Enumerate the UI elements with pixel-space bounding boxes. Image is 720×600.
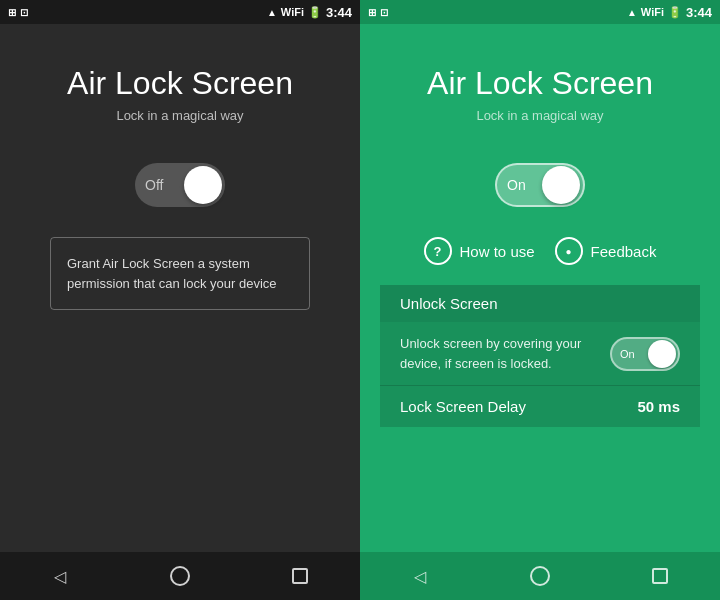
home-button-left[interactable] (155, 552, 205, 600)
home-button-right[interactable] (515, 552, 565, 600)
lock-delay-row[interactable]: Lock Screen Delay 50 ms (380, 385, 700, 427)
delay-value: 50 ms (637, 398, 680, 415)
time-left: 3:44 (326, 5, 352, 20)
unlock-section-divider: Unlock Screen (380, 285, 700, 322)
permission-box[interactable]: Grant Air Lock Screen a system permissio… (50, 237, 310, 310)
feedback-icon: ● (555, 237, 583, 265)
app-subtitle-right: Lock in a magical way (476, 108, 603, 123)
cast-icon: ⊡ (20, 7, 28, 18)
feedback-button[interactable]: ● Feedback (555, 237, 657, 265)
toggle-off-label: Off (145, 177, 163, 193)
back-button-right[interactable] (395, 552, 445, 600)
battery-icon: 🔋 (308, 6, 322, 19)
recents-icon-left (292, 568, 308, 584)
battery-icon-right: 🔋 (668, 6, 682, 19)
grid-icon-right: ⊞ (368, 7, 376, 18)
nav-bar-left (0, 552, 360, 600)
feedback-label: Feedback (591, 243, 657, 260)
toggle-switch-on[interactable]: On (495, 163, 585, 207)
how-to-use-button[interactable]: ? How to use (424, 237, 535, 265)
app-title-right: Air Lock Screen (427, 64, 653, 102)
unlock-toggle-label: On (620, 348, 635, 360)
permission-text: Grant Air Lock Screen a system permissio… (67, 254, 293, 293)
back-button-left[interactable] (35, 552, 85, 600)
unlock-setting-row: Unlock screen by covering your device, i… (380, 322, 700, 385)
unlock-section-header: Unlock Screen (380, 285, 700, 322)
toggle-on-label: On (507, 177, 526, 193)
signal-icon: ▲ (267, 7, 277, 18)
status-left-icons: ⊞ ⊡ (8, 7, 28, 18)
action-buttons: ? How to use ● Feedback (424, 237, 657, 265)
nav-bar-right (360, 552, 720, 600)
status-right-right-icons: ▲ WiFi 🔋 3:44 (627, 5, 712, 20)
app-subtitle-left: Lock in a magical way (116, 108, 243, 123)
status-right-left-icons: ⊞ ⊡ (368, 7, 388, 18)
recents-button-left[interactable] (275, 552, 325, 600)
home-icon-right (530, 566, 550, 586)
toggle-switch-off[interactable]: Off (135, 163, 225, 207)
screen-off: ⊞ ⊡ ▲ WiFi 🔋 3:44 Air Lock Screen Lock i… (0, 0, 360, 600)
wifi-icon: WiFi (281, 6, 304, 18)
status-right-icons: ▲ WiFi 🔋 3:44 (267, 5, 352, 20)
toggle-knob-on (542, 166, 580, 204)
cast-icon-right: ⊡ (380, 7, 388, 18)
toggle-on-container[interactable]: On (495, 163, 585, 207)
toggle-off-container[interactable]: Off (135, 163, 225, 207)
unlock-description: Unlock screen by covering your device, i… (400, 334, 598, 373)
status-bar-left: ⊞ ⊡ ▲ WiFi 🔋 3:44 (0, 0, 360, 24)
back-icon-left (54, 566, 66, 587)
screen-on: ⊞ ⊡ ▲ WiFi 🔋 3:44 Air Lock Screen Lock i… (360, 0, 720, 600)
grid-icon: ⊞ (8, 7, 16, 18)
unlock-header-text: Unlock Screen (400, 295, 498, 312)
unlock-toggle[interactable]: On (610, 337, 680, 371)
time-right: 3:44 (686, 5, 712, 20)
question-icon: ? (424, 237, 452, 265)
right-content: Air Lock Screen Lock in a magical way On… (360, 24, 720, 552)
status-bar-right: ⊞ ⊡ ▲ WiFi 🔋 3:44 (360, 0, 720, 24)
recents-icon-right (652, 568, 668, 584)
home-icon-left (170, 566, 190, 586)
recents-button-right[interactable] (635, 552, 685, 600)
back-icon-right (414, 566, 426, 587)
signal-icon-right: ▲ (627, 7, 637, 18)
toggle-knob-off (184, 166, 222, 204)
left-content: Air Lock Screen Lock in a magical way Of… (0, 24, 360, 552)
app-title-left: Air Lock Screen (67, 64, 293, 102)
delay-label: Lock Screen Delay (400, 398, 526, 415)
how-to-use-label: How to use (460, 243, 535, 260)
wifi-icon-right: WiFi (641, 6, 664, 18)
unlock-toggle-knob (648, 340, 676, 368)
